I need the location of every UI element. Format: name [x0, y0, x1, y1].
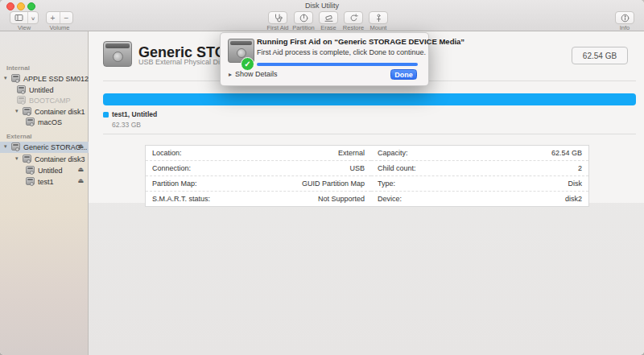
- sidebar-section-internal: Internal: [6, 64, 30, 72]
- disclosure-triangle-icon[interactable]: [15, 108, 19, 114]
- show-details-label: Show Details: [235, 70, 278, 78]
- legend-name: test1, Untitled: [112, 110, 157, 118]
- info-row: Device: disk2: [371, 191, 588, 206]
- disk-utility-window: Disk Utility View Volume First: [0, 0, 644, 355]
- sidebar-view-icon: [10, 12, 27, 23]
- device-size-badge: 62.54 GB: [572, 47, 628, 64]
- view-label: View: [10, 24, 39, 31]
- restore-icon: [349, 14, 358, 23]
- mount-button[interactable]: [369, 11, 388, 24]
- info-row: S.M.A.R.T. status: Not Supported: [146, 191, 371, 206]
- info-value: disk2: [565, 195, 582, 203]
- disclosure-triangle-icon[interactable]: [4, 75, 7, 81]
- partition-icon: [299, 14, 308, 23]
- volume-icon: [26, 166, 35, 174]
- volume-buttons[interactable]: [46, 11, 73, 24]
- success-check-icon: [241, 57, 254, 71]
- info-value: 62.54 GB: [551, 149, 582, 157]
- sidebar-item-apple-ssd[interactable]: APPLE SSD SM0128...: [0, 73, 89, 84]
- divider: [103, 134, 636, 134]
- info-label: Type:: [378, 180, 395, 188]
- sidebar-item-bootcamp[interactable]: BOOTCAMP: [0, 95, 89, 105]
- first-aid-icon: [274, 14, 283, 23]
- info-row: Connection: USB: [146, 160, 371, 175]
- info-value: 2: [578, 164, 582, 172]
- info-label: Info: [607, 24, 642, 31]
- info-label: Child count:: [378, 164, 416, 172]
- disclosure-triangle-icon[interactable]: [4, 143, 7, 150]
- dialog-message: First Aid process is complete, click Don…: [257, 48, 426, 56]
- done-button[interactable]: Done: [390, 69, 417, 80]
- sidebar-item-test1[interactable]: test1: [0, 176, 89, 187]
- sidebar-item-generic-storage[interactable]: Generic STORAG...: [0, 142, 89, 153]
- chevron-down-icon: [28, 12, 39, 23]
- eject-icon[interactable]: [77, 177, 84, 184]
- remove-volume-icon[interactable]: [60, 12, 73, 23]
- erase-icon: [324, 14, 333, 23]
- erase-button[interactable]: [319, 11, 338, 24]
- sidebar-item-untitled-internal[interactable]: Untitled: [0, 85, 89, 95]
- dialog-title: Running First Aid on “Generic STORAGE DE…: [257, 37, 464, 46]
- info-label: Capacity:: [378, 149, 408, 157]
- info-label: S.M.A.R.T. status:: [152, 195, 210, 203]
- info-row: Capacity: 62.54 GB: [371, 146, 588, 160]
- volume-icon: [23, 107, 31, 115]
- device-disk-icon: [103, 41, 132, 67]
- info-row: Child count: 2: [371, 160, 588, 175]
- info-value: USB: [349, 164, 365, 172]
- disk-icon: [11, 74, 20, 82]
- restore-button[interactable]: [344, 11, 363, 24]
- info-button[interactable]: [615, 11, 634, 24]
- disk-icon: [11, 142, 20, 151]
- volume-icon: [26, 177, 35, 185]
- volume-icon: [26, 118, 35, 126]
- info-value: External: [338, 149, 365, 157]
- show-details-toggle[interactable]: Show Details: [229, 70, 278, 78]
- sidebar: Internal APPLE SSD SM0128... Untitled BO…: [0, 31, 89, 355]
- mount-label: Mount: [361, 24, 396, 31]
- legend-size: 62.33 GB: [112, 121, 141, 129]
- info-value: Not Supported: [318, 195, 365, 203]
- disclosure-triangle-icon: [229, 70, 232, 78]
- sidebar-item-untitled-external[interactable]: Untitled: [0, 165, 89, 175]
- disclosure-triangle-icon[interactable]: [15, 155, 19, 162]
- first-aid-button[interactable]: [268, 11, 287, 24]
- progress-bar: [257, 63, 418, 66]
- titlebar-toolbar: Disk Utility View Volume First: [0, 0, 644, 31]
- eject-icon[interactable]: [77, 166, 84, 173]
- view-button[interactable]: [10, 11, 39, 24]
- info-value: GUID Partition Map: [302, 180, 365, 188]
- mount-icon: [374, 14, 383, 23]
- add-volume-icon[interactable]: [47, 12, 60, 23]
- sidebar-item-container-disk3[interactable]: Container disk3: [0, 154, 89, 164]
- window-title: Disk Utility: [0, 2, 644, 10]
- sidebar-item-macos[interactable]: macOS: [0, 117, 89, 127]
- info-label: Location:: [152, 149, 182, 157]
- capacity-bar[interactable]: [103, 93, 636, 105]
- info-icon: [621, 14, 630, 23]
- partition-button[interactable]: [294, 11, 313, 24]
- info-label: Device:: [378, 195, 402, 203]
- info-label: Partition Map:: [152, 180, 197, 188]
- info-table-left: Location: External Connection: USB Parti…: [145, 145, 372, 207]
- info-value: Disk: [568, 180, 583, 188]
- volume-label: Volume: [46, 24, 73, 31]
- info-table-right: Capacity: 62.54 GB Child count: 2 Type: …: [371, 145, 589, 207]
- info-label: Connection:: [152, 164, 191, 172]
- sidebar-item-container-disk1[interactable]: Container disk1: [0, 106, 89, 117]
- volume-icon: [23, 155, 31, 163]
- volume-icon: [17, 85, 26, 93]
- legend-swatch: [103, 112, 109, 118]
- eject-icon[interactable]: [77, 142, 84, 150]
- volume-icon: [17, 96, 26, 104]
- info-row: Type: Disk: [371, 175, 588, 191]
- sidebar-section-external: External: [6, 133, 32, 140]
- first-aid-dialog: Running First Aid on “Generic STORAGE DE…: [220, 32, 429, 86]
- info-row: Partition Map: GUID Partition Map: [146, 175, 371, 191]
- info-row: Location: External: [146, 146, 371, 160]
